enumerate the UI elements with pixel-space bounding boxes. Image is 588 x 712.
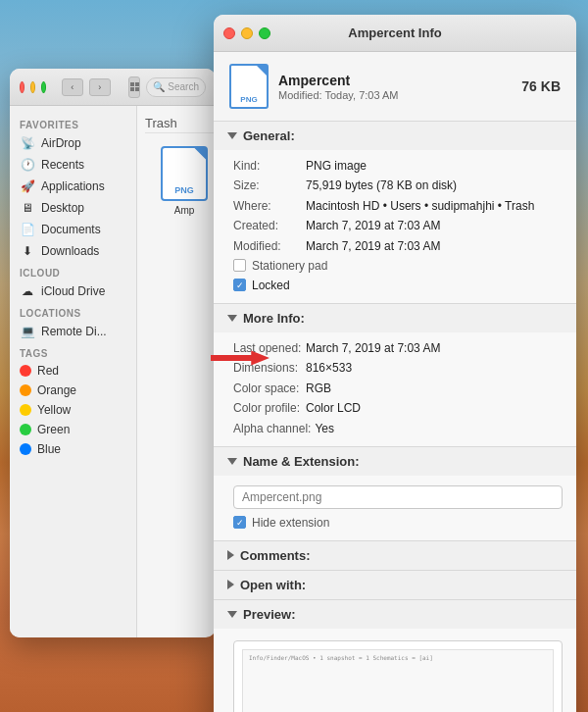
name-extension-content: ✓ Hide extension (214, 476, 576, 540)
preview-section-content: Info/Finder/MacOS • 1 snapshot = 1 Schem… (214, 629, 576, 712)
created-label: Created: (233, 216, 302, 235)
sidebar-tag-green[interactable]: Green (10, 420, 136, 439)
desktop-icon: 🖥 (20, 200, 35, 216)
info-minimize-button[interactable] (241, 27, 253, 39)
sidebar-item-recents[interactable]: 🕐 Recents (10, 154, 136, 176)
sidebar-label-downloads: Downloads (41, 244, 99, 258)
forward-button[interactable]: › (89, 78, 111, 96)
sidebar-label-documents: Documents (41, 223, 101, 236)
comments-section-title: Comments: (240, 548, 311, 563)
sidebar-tag-blue[interactable]: Blue (10, 439, 136, 459)
sidebar-item-applications[interactable]: 🚀 Applications (10, 176, 136, 197)
sidebar-label-icloud-drive: iCloud Drive (41, 284, 105, 298)
info-maximize-button[interactable] (259, 27, 270, 39)
color-profile-label: Color profile: (233, 398, 302, 418)
sidebar-item-documents[interactable]: 📄 Documents (10, 219, 136, 240)
more-info-triangle-icon (227, 315, 237, 322)
preview-section-title: Preview: (243, 607, 295, 622)
view-toggle[interactable] (128, 76, 141, 98)
filename-input[interactable] (233, 485, 563, 509)
sidebar-tag-yellow[interactable]: Yellow (10, 400, 136, 420)
info-close-button[interactable] (223, 27, 235, 39)
sidebar-item-remote[interactable]: 💻 Remote Di... (10, 321, 136, 342)
search-bar[interactable]: 🔍 Search (146, 77, 206, 97)
finder-body: Favorites 📡 AirDrop 🕐 Recents 🚀 Applicat… (10, 106, 216, 637)
search-placeholder: Search (168, 81, 199, 92)
sidebar-tag-orange[interactable]: Orange (10, 381, 136, 400)
sidebar-item-airdrop[interactable]: 📡 AirDrop (10, 132, 136, 154)
sidebar-item-downloads[interactable]: ⬇ Downloads (10, 240, 136, 262)
info-modified-date: Modified: Today, 7:03 AM (278, 89, 512, 101)
general-size-row: Size: 75,919 bytes (78 KB on disk) (233, 176, 563, 195)
general-section-title: General: (243, 128, 295, 143)
locked-row[interactable]: ✓ Locked (233, 276, 563, 295)
open-with-section-header[interactable]: Open with: (214, 571, 576, 599)
name-ext-triangle-icon (227, 458, 237, 465)
locked-checkbox[interactable]: ✓ (233, 279, 246, 291)
name-extension-header[interactable]: Name & Extension: (214, 447, 576, 476)
preview-section-header[interactable]: Preview: (214, 600, 576, 629)
general-created-row: Created: March 7, 2019 at 7:03 AM (233, 216, 563, 235)
orange-dot (20, 384, 31, 396)
sidebar-item-desktop[interactable]: 🖥 Desktop (10, 197, 136, 219)
modified-label: Modified: (233, 236, 302, 256)
grid-view-icon (130, 82, 139, 91)
last-opened-row: Last opened: March 7, 2019 at 7:03 AM (233, 338, 563, 358)
info-file-icon: PNG (229, 64, 269, 109)
hide-extension-checkbox[interactable]: ✓ (233, 516, 246, 529)
stationery-checkbox[interactable] (233, 259, 246, 272)
general-section: General: Kind: PNG image Size: 75,919 by… (214, 122, 576, 304)
alpha-channel-label: Alpha channel: (233, 419, 311, 438)
info-panel-title: Ampercent Info (348, 25, 441, 40)
open-with-triangle-icon (227, 580, 234, 589)
red-dot (20, 365, 31, 377)
dimensions-value: 816×533 (306, 358, 563, 378)
finder-file-icon: PNG (161, 146, 208, 201)
finder-file-item[interactable]: PNG Amp (145, 141, 216, 220)
where-label: Where: (233, 196, 302, 216)
color-space-value: RGB (306, 379, 563, 398)
minimize-button[interactable] (30, 81, 35, 93)
icloud-icon: ☁ (20, 283, 35, 299)
hide-extension-row[interactable]: ✓ Hide extension (233, 513, 563, 533)
sidebar-tag-red[interactable]: Red (10, 361, 136, 381)
maximize-button[interactable] (41, 81, 46, 93)
preview-area: Info/Finder/MacOS • 1 snapshot = 1 Schem… (233, 640, 563, 712)
info-filename: Ampercent (278, 73, 512, 88)
tags-label: Tags (10, 342, 136, 361)
green-dot (20, 424, 31, 435)
svg-marker-0 (211, 351, 270, 366)
kind-label: Kind: (233, 156, 302, 176)
applications-icon: 🚀 (20, 178, 35, 194)
documents-icon: 📄 (20, 222, 35, 237)
tag-label-yellow: Yellow (37, 403, 71, 417)
finder-file-type: PNG (174, 185, 194, 195)
red-arrow-indicator (211, 348, 270, 368)
back-button[interactable]: ‹ (62, 78, 83, 96)
general-modified-row: Modified: March 7, 2019 at 7:03 AM (233, 236, 563, 256)
size-value: 75,919 bytes (78 KB on disk) (306, 176, 563, 195)
sidebar-item-icloud-drive[interactable]: ☁ iCloud Drive (10, 280, 136, 302)
name-extension-title: Name & Extension: (243, 454, 359, 469)
info-titlebar: Ampercent Info (214, 15, 576, 52)
stationery-row[interactable]: Stationery pad (233, 256, 563, 276)
sidebar-label-desktop: Desktop (41, 201, 84, 215)
hide-extension-label: Hide extension (252, 516, 329, 530)
more-info-section: More Info: Last opened: March 7, 2019 at… (214, 304, 576, 447)
finder-sidebar: Favorites 📡 AirDrop 🕐 Recents 🚀 Applicat… (10, 106, 137, 637)
favorites-label: Favorites (10, 114, 136, 132)
sidebar-label-airdrop: AirDrop (41, 136, 81, 150)
kind-value: PNG image (306, 156, 563, 176)
finder-content-area: Trash PNG Amp (137, 106, 216, 637)
locations-label: Locations (10, 302, 136, 321)
finder-window: ‹ › 🔍 Search Favorites 📡 AirDrop 🕐 Recen… (10, 69, 216, 637)
general-section-header[interactable]: General: (214, 122, 576, 150)
open-with-section-title: Open with: (240, 578, 306, 592)
comments-section-header[interactable]: Comments: (214, 541, 576, 570)
close-button[interactable] (20, 81, 24, 93)
info-header-details: Ampercent Modified: Today, 7:03 AM (278, 73, 512, 101)
info-filesize: 76 KB (521, 78, 561, 94)
more-info-section-header[interactable]: More Info: (214, 304, 576, 332)
preview-text: Info/Finder/MacOS • 1 snapshot = 1 Schem… (243, 650, 553, 665)
downloads-icon: ⬇ (20, 243, 35, 259)
